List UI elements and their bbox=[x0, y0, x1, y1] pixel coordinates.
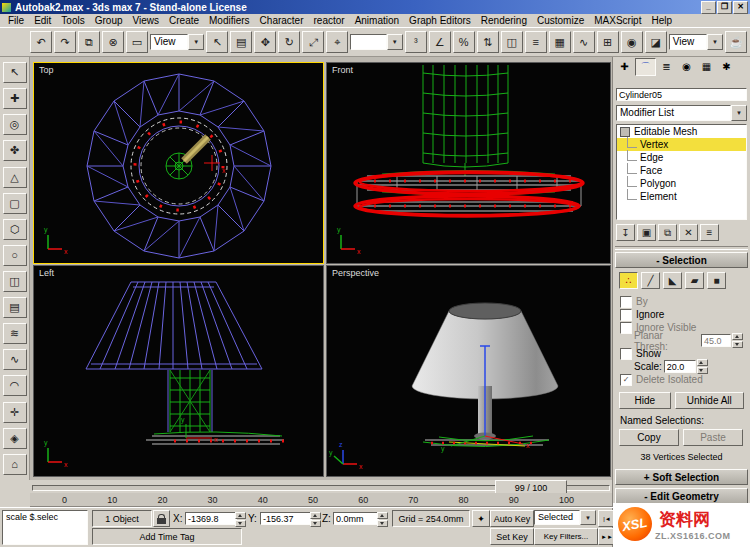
add-time-tag[interactable]: Add Time Tag bbox=[92, 528, 242, 545]
timeline-ruler[interactable]: 0 10 20 30 40 50 60 70 80 90 100 bbox=[30, 493, 612, 507]
maximize-button[interactable]: ❐ bbox=[717, 1, 732, 14]
menu-help[interactable]: Help bbox=[646, 15, 677, 26]
unhide-all-button[interactable]: Unhide All bbox=[675, 392, 744, 409]
maxscript-mini-listener[interactable]: scale $.selec bbox=[2, 510, 88, 545]
menu-maxscript[interactable]: MAXScript bbox=[589, 15, 646, 26]
modifier-list-dropdown[interactable]: Modifier List ▼ bbox=[616, 105, 747, 121]
unlink-icon[interactable]: ⊗ bbox=[102, 31, 124, 53]
vertex-mode-icon[interactable]: ∴ bbox=[619, 272, 638, 289]
spinner-icon[interactable] bbox=[310, 512, 321, 527]
delete-isolated-checkbox[interactable]: ✓ Delete Isolated bbox=[613, 373, 750, 386]
normals-scale-field[interactable]: 20.0 bbox=[664, 360, 696, 373]
left-tool-icon[interactable]: ↖ bbox=[3, 62, 27, 83]
spinner-snap-icon[interactable]: ⇅ bbox=[477, 31, 499, 53]
coordinate-system-dropdown[interactable]: View ▼ bbox=[150, 34, 204, 50]
menu-animation[interactable]: Animation bbox=[350, 15, 404, 26]
menu-file[interactable]: File bbox=[3, 15, 29, 26]
left-tool-icon[interactable]: ○ bbox=[3, 245, 27, 266]
menu-character[interactable]: Character bbox=[255, 15, 309, 26]
menu-reactor[interactable]: reactor bbox=[309, 15, 350, 26]
material-editor-icon[interactable]: ◉ bbox=[621, 31, 643, 53]
element-mode-icon[interactable]: ■ bbox=[707, 272, 726, 289]
mirror-icon[interactable]: ◫ bbox=[501, 31, 523, 53]
manipulate-icon[interactable]: ⌖ bbox=[326, 31, 348, 53]
left-tool-icon[interactable]: ▤ bbox=[3, 297, 27, 318]
spinner-icon[interactable] bbox=[235, 512, 246, 527]
left-tool-icon[interactable]: ✚ bbox=[3, 88, 27, 109]
menu-tools[interactable]: Tools bbox=[56, 15, 89, 26]
spinner-icon[interactable] bbox=[732, 333, 743, 348]
modifier-stack[interactable]: Editable Mesh Vertex Edge Face Polygon E… bbox=[616, 124, 747, 220]
keyframe-icon-button[interactable]: ✦ bbox=[472, 510, 490, 527]
menu-rendering[interactable]: Rendering bbox=[476, 15, 532, 26]
make-unique-icon[interactable]: ⧉ bbox=[658, 224, 677, 241]
menu-group[interactable]: Group bbox=[90, 15, 128, 26]
selection-rollout-header[interactable]: - Selection bbox=[615, 252, 748, 268]
pin-stack-icon[interactable]: ↧ bbox=[616, 224, 635, 241]
curve-editor-icon[interactable]: ∿ bbox=[573, 31, 595, 53]
chevron-down-icon[interactable]: ▼ bbox=[580, 510, 596, 525]
set-key-button[interactable]: Set Key bbox=[490, 528, 534, 545]
tab-motion[interactable]: ◉ bbox=[677, 58, 696, 74]
menu-edit[interactable]: Edit bbox=[29, 15, 56, 26]
configure-modifier-icon[interactable]: ≡ bbox=[700, 224, 719, 241]
object-name-field[interactable]: Cylinder05 bbox=[616, 88, 747, 101]
redo-icon[interactable]: ↷ bbox=[54, 31, 76, 53]
menu-views[interactable]: Views bbox=[128, 15, 165, 26]
show-end-result-icon[interactable]: ▣ bbox=[637, 224, 656, 241]
undo-icon[interactable]: ↶ bbox=[30, 31, 52, 53]
left-tool-icon[interactable]: ⬡ bbox=[3, 219, 27, 240]
edit-geometry-rollout-header[interactable]: - Edit Geometry bbox=[615, 488, 748, 504]
left-tool-icon[interactable]: ◠ bbox=[3, 375, 27, 396]
left-tool-icon[interactable]: △ bbox=[3, 167, 27, 188]
percent-snap-icon[interactable]: % bbox=[453, 31, 475, 53]
move-icon[interactable]: ✥ bbox=[254, 31, 276, 53]
align-icon[interactable]: ≡ bbox=[525, 31, 547, 53]
left-tool-icon[interactable]: ◈ bbox=[3, 428, 27, 449]
ignore-backfacing-checkbox[interactable]: Ignore bbox=[613, 308, 750, 321]
hide-button[interactable]: Hide bbox=[619, 392, 671, 409]
by-vertex-checkbox[interactable]: By bbox=[613, 295, 750, 308]
time-slider[interactable]: 99 / 100 bbox=[30, 480, 612, 493]
auto-key-button[interactable]: Auto Key bbox=[490, 510, 534, 527]
left-tool-icon[interactable]: ≋ bbox=[3, 323, 27, 344]
face-mode-icon[interactable]: ◣ bbox=[663, 272, 682, 289]
selection-lock-button[interactable] bbox=[153, 510, 170, 527]
rotate-icon[interactable]: ↻ bbox=[278, 31, 300, 53]
checkbox-icon[interactable] bbox=[620, 348, 632, 360]
left-tool-icon[interactable]: ▢ bbox=[3, 193, 27, 214]
menu-graph-editors[interactable]: Graph Editors bbox=[404, 15, 476, 26]
checkbox-checked-icon[interactable]: ✓ bbox=[620, 374, 632, 386]
bind-spacewarp-icon[interactable]: ▭ bbox=[126, 31, 148, 53]
render-scene-icon[interactable]: ◪ bbox=[645, 31, 667, 53]
checkbox-icon[interactable] bbox=[620, 322, 632, 334]
key-mode-dropdown[interactable]: Selected ▼ bbox=[534, 510, 596, 525]
scale-icon[interactable]: ⤢ bbox=[302, 31, 324, 53]
left-tool-icon[interactable]: ◫ bbox=[3, 271, 27, 292]
x-coordinate-field[interactable]: -1369.8 bbox=[185, 512, 237, 525]
viewport-left[interactable]: x y y x Left bbox=[33, 265, 324, 477]
left-tool-icon[interactable]: ✛ bbox=[3, 402, 27, 423]
link-icon[interactable]: ⧉ bbox=[78, 31, 100, 53]
snap-toggle-icon[interactable]: ³ bbox=[405, 31, 427, 53]
chevron-down-icon[interactable]: ▼ bbox=[707, 34, 723, 50]
close-button[interactable]: ✕ bbox=[733, 1, 748, 14]
spinner-icon[interactable] bbox=[377, 512, 388, 527]
menu-create[interactable]: Create bbox=[164, 15, 204, 26]
soft-selection-rollout-header[interactable]: + Soft Selection bbox=[615, 469, 748, 485]
tab-utilities[interactable]: ✱ bbox=[717, 58, 736, 74]
layer-manager-icon[interactable]: ▦ bbox=[549, 31, 571, 53]
chevron-down-icon[interactable]: ▼ bbox=[188, 34, 204, 50]
minimize-button[interactable]: _ bbox=[701, 1, 716, 14]
render-viewport-dropdown[interactable]: View ▼ bbox=[669, 34, 723, 50]
viewport-top[interactable]: x y x Top bbox=[33, 62, 324, 264]
select-object-icon[interactable]: ↖ bbox=[206, 31, 228, 53]
spinner-icon[interactable] bbox=[697, 359, 708, 374]
key-filters-button[interactable]: Key Filters... bbox=[534, 528, 598, 545]
tab-create[interactable]: ✚ bbox=[615, 58, 634, 74]
stack-item-element[interactable]: Element bbox=[617, 190, 746, 203]
viewport-perspective[interactable]: x y x z y Perspective bbox=[326, 265, 611, 477]
z-coordinate-field[interactable]: 0.0mm bbox=[333, 512, 379, 525]
left-tool-icon[interactable]: ⌂ bbox=[3, 454, 27, 475]
schematic-view-icon[interactable]: ⊞ bbox=[597, 31, 619, 53]
